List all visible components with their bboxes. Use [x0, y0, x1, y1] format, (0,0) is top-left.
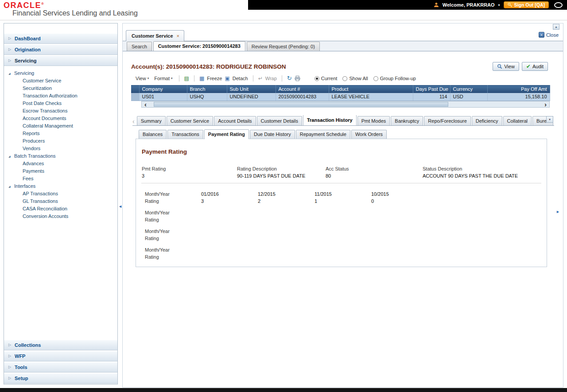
tree-item-ap-transactions[interactable]: AP Transactions [8, 190, 117, 198]
tab-work-orders[interactable]: Work Orders [351, 130, 387, 139]
tab-transactions[interactable]: Transactions [167, 130, 203, 139]
tree-item-securitization[interactable]: Securitization [8, 85, 117, 92]
tab-customer-service[interactable]: Customer Service [167, 116, 213, 125]
window-tab-bar: Customer Service× × Close [123, 30, 563, 41]
node-expanded-icon: ◢ [8, 70, 11, 78]
wrap-button[interactable]: Wrap [265, 76, 277, 81]
col-branch[interactable]: Branch [187, 85, 227, 93]
tab-customer-details[interactable]: Customer Details [257, 116, 302, 125]
tab-payment-rating[interactable]: Payment Rating [204, 129, 249, 139]
tab-customer-service-window[interactable]: Customer Service× [126, 30, 184, 41]
tab-repayment-schedule[interactable]: Repayment Schedule [296, 130, 350, 139]
col-product[interactable]: Product [329, 85, 413, 93]
radio-group-follow-up[interactable]: Group Follow-up [373, 76, 416, 81]
scroll-right-arrow-icon[interactable]: › [542, 101, 549, 107]
tabs-scroll-left-icon[interactable]: ‹ [132, 118, 135, 124]
format-menu-button[interactable]: Format▾ [153, 75, 174, 82]
col-currency[interactable]: Currency [450, 85, 487, 93]
account-title: Account(s): 20150900014283: RODRIGUEZ RO… [131, 63, 286, 70]
tree-node-batch-transactions[interactable]: ◢ Batch Transactions [8, 152, 117, 160]
view-menu-button[interactable]: View▾ [134, 75, 150, 82]
tree-item-collateral-management[interactable]: Collateral Management [8, 122, 117, 130]
freeze-button[interactable]: Freeze [207, 76, 222, 81]
tab-search[interactable]: Search [127, 42, 152, 51]
tree-item-casa-reconciliation[interactable]: CASA Reconciliation [8, 205, 117, 213]
tab-close-icon[interactable]: × [177, 33, 179, 39]
tree-item-post-date-checks[interactable]: Post Date Checks [8, 100, 117, 107]
sidebar-label: WFP [15, 353, 25, 359]
transaction-history-subtabs: Balances Transactions Payment Rating Due… [139, 129, 563, 139]
tree-item-advances[interactable]: Advances [8, 160, 117, 167]
scroll-up-button[interactable]: ▲ [553, 24, 559, 30]
export-to-excel-icon[interactable]: ▤ [184, 76, 189, 81]
audit-button[interactable]: ✔ Audit [522, 62, 548, 71]
radio-dot [342, 76, 347, 81]
sidebar-label: Collections [15, 342, 41, 348]
tab-review-request[interactable]: Review Request (Pending: 0) [247, 42, 320, 51]
tree-item-reports[interactable]: Reports [8, 130, 117, 137]
panel-expand-icon[interactable]: ► [556, 210, 560, 214]
tree-item-gl-transactions[interactable]: GL Transactions [8, 198, 117, 205]
close-link[interactable]: × Close [539, 32, 559, 38]
user-icon [434, 2, 439, 8]
nav-sidebar: ▷ DashBoard ▷ Origination ▷ Servicing ◢ … [4, 23, 118, 384]
tree-item-escrow-transactions[interactable]: Escrow Transactions [8, 107, 117, 115]
tab-due-date-history[interactable]: Due Date History [250, 130, 295, 139]
tree-item-customer-service[interactable]: Customer Service [8, 77, 117, 85]
tab-repo-foreclosure[interactable]: Repo/Foreclosure [424, 116, 470, 125]
sign-out-button[interactable]: Sign Out [QA] [504, 1, 549, 8]
welcome-caret-icon: ▾ [498, 3, 500, 7]
radio-show-all[interactable]: Show All [342, 76, 368, 81]
sidebar-collapse-icon[interactable]: ◄ [118, 204, 122, 209]
tree-item-payments[interactable]: Payments [8, 167, 117, 175]
radio-current[interactable]: Current [315, 76, 338, 81]
tree-item-conversion-accounts[interactable]: Conversion Accounts [8, 213, 117, 220]
tree-node-interfaces[interactable]: ◢ Interfaces [8, 182, 117, 190]
sidebar-item-wfp[interactable]: ▷ WFP [4, 351, 117, 361]
tab-balances[interactable]: Balances [139, 130, 167, 139]
tabs-overflow-dropdown-icon[interactable]: ▾ [546, 116, 553, 123]
tab-transaction-history[interactable]: Transaction History [303, 115, 357, 125]
col-company[interactable]: Company [139, 85, 187, 93]
col-account-no[interactable]: Account # [276, 85, 329, 93]
sidebar-item-tools[interactable]: ▷ Tools [4, 362, 117, 373]
tree-item-producers[interactable]: Producers [8, 137, 117, 145]
horizontal-scrollbar[interactable]: ‹ › [141, 101, 550, 108]
sidebar-item-servicing[interactable]: ▷ Servicing [4, 55, 117, 66]
detach-button[interactable]: Detach [233, 76, 248, 81]
tab-bankruptcy[interactable]: Bankruptcy [391, 116, 423, 125]
col-days-past-due[interactable]: Days Past Due [413, 85, 450, 93]
scrollbar-thumb[interactable] [154, 102, 448, 107]
tree-item-fees[interactable]: Fees [8, 175, 117, 182]
welcome-text[interactable]: Welcome, PRAKRRAO [443, 2, 495, 8]
row-selector-cell[interactable] [131, 93, 139, 101]
tree-node-servicing[interactable]: ◢ Servicing [8, 70, 117, 77]
tab-pmt-modes[interactable]: Pmt Modes [357, 116, 390, 125]
tab-customer-service-account[interactable]: Customer Service: 20150900014283 [153, 41, 245, 51]
print-icon[interactable] [295, 76, 300, 81]
tab-collateral[interactable]: Collateral [503, 116, 532, 125]
radio-dot [373, 76, 378, 81]
col-sub-unit[interactable]: Sub Unit [227, 85, 276, 93]
tab-account-details[interactable]: Account Details [214, 116, 256, 125]
sidebar-item-origination[interactable]: ▷ Origination [4, 44, 117, 55]
product-title: Financial Services Lending and Leasing [12, 9, 138, 17]
tree-item-transaction-authorization[interactable]: Transaction Authorization [8, 92, 117, 100]
tree-item-account-documents[interactable]: Account Documents [8, 115, 117, 122]
tab-summary[interactable]: Summary [137, 116, 166, 125]
cell-company: US01 [139, 93, 187, 101]
refresh-icon[interactable]: ↻ [287, 76, 292, 81]
view-button[interactable]: View [493, 62, 519, 71]
sidebar-item-collections[interactable]: ▷ Collections [4, 340, 117, 350]
window-strip: ▲ [123, 23, 563, 30]
tree-item-vendors[interactable]: Vendors [8, 145, 117, 152]
chevron-right-icon: ▷ [8, 340, 11, 350]
account-row[interactable]: US01 USHQ UNDEFINED 20150900014283 LEASE… [131, 93, 550, 101]
tab-deficiency[interactable]: Deficiency [472, 116, 502, 125]
radio-dot [315, 76, 319, 81]
scroll-left-arrow-icon[interactable]: ‹ [142, 101, 149, 107]
col-pay-off-amt[interactable]: Pay Off Amt [487, 85, 550, 93]
sidebar-item-setup[interactable]: ▷ Setup [4, 373, 117, 384]
panel-separator [141, 183, 541, 183]
sidebar-item-dashboard[interactable]: ▷ DashBoard [4, 33, 117, 44]
